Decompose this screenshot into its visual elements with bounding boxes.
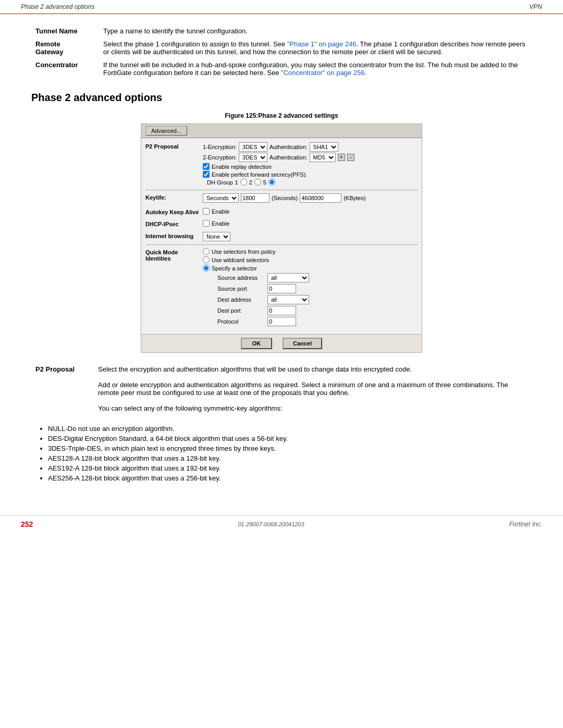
src-addr-select[interactable]: all bbox=[267, 273, 309, 282]
bullet-aes192: AES192-A 128-bit block algorithm that us… bbox=[48, 464, 532, 472]
desc-row-p2: P2 Proposal Select the encryption and au… bbox=[31, 363, 532, 414]
dhcp-enable-label: Enable bbox=[212, 220, 229, 227]
qmi-opt1-label: Use selectors from policy bbox=[212, 249, 276, 255]
src-port-label: Source port bbox=[217, 286, 264, 292]
sep2 bbox=[145, 244, 418, 245]
add-enc-icon[interactable]: + bbox=[338, 154, 345, 161]
protocol-input[interactable] bbox=[267, 317, 296, 326]
enc2-select[interactable]: 3DES bbox=[239, 153, 267, 162]
concentrator-link[interactable]: "Concentrator" on page 256 bbox=[281, 69, 364, 77]
def-row-remote: RemoteGateway Select the phase 1 configu… bbox=[31, 38, 532, 58]
dh-5-radio[interactable] bbox=[268, 179, 275, 186]
tunnel-name-term: Tunnel Name bbox=[31, 24, 99, 38]
desc-table: P2 Proposal Select the encryption and au… bbox=[31, 363, 532, 414]
bullet-3des: 3DES-Triple-DES, in which plain text is … bbox=[48, 445, 532, 452]
qmi-opt3-radio[interactable] bbox=[203, 265, 210, 272]
keylife-value-input[interactable] bbox=[241, 193, 270, 203]
enc1-row: 1-Encryption: 3DES Authentication: SHA1 bbox=[203, 142, 418, 152]
cancel-button[interactable]: Cancel bbox=[283, 338, 322, 349]
enc2-row: 2-Encryption: 3DES Authentication: MD5 +… bbox=[203, 153, 418, 162]
autokey-checkbox[interactable] bbox=[203, 208, 210, 215]
concentrator-def: If the tunnel will be included in a hub-… bbox=[99, 58, 532, 79]
figure-caption: Figure 125:Phase 2 advanced settings bbox=[31, 112, 532, 119]
qmi-opt2-radio[interactable] bbox=[203, 256, 210, 263]
dest-addr-row: Dest address all bbox=[217, 295, 418, 304]
bullet-des: DES-Digital Encryption Standard, a 64-bi… bbox=[48, 435, 532, 442]
top-definitions: Tunnel Name Type a name to identify the … bbox=[31, 24, 532, 79]
enc2-label: 2-Encryption: bbox=[203, 154, 237, 161]
phase1-link[interactable]: "Phase 1" on page 246 bbox=[287, 40, 357, 48]
keylife-label: Keylife: bbox=[145, 193, 203, 201]
keylife-seconds-input[interactable] bbox=[300, 193, 341, 203]
auth2-select[interactable]: MD5 bbox=[310, 153, 336, 162]
keylife-row: Keylife: Seconds (Seconds) (KBytes) bbox=[145, 192, 418, 205]
ibrowse-select[interactable]: None bbox=[203, 232, 230, 241]
dhcp-content: Enable bbox=[203, 220, 418, 228]
pfs-checkbox[interactable] bbox=[203, 171, 210, 178]
remote-gateway-term: RemoteGateway bbox=[31, 38, 99, 58]
replay-label: Enable replay detection bbox=[212, 164, 272, 170]
auth1-label: Authentication: bbox=[270, 144, 308, 150]
dhcp-enable-row: Enable bbox=[203, 220, 418, 227]
ibrowse-row: Internet browsing None bbox=[145, 231, 418, 242]
dest-port-input[interactable] bbox=[267, 306, 296, 315]
src-port-input[interactable] bbox=[267, 284, 296, 293]
keylife-kbytes-label: (KBytes) bbox=[344, 195, 365, 201]
desc-p2-line3: You can select any of the following symm… bbox=[98, 404, 528, 412]
dh-2-label: 2 bbox=[249, 179, 252, 186]
dhcp-checkbox[interactable] bbox=[203, 220, 210, 227]
auth1-select[interactable]: SHA1 bbox=[310, 142, 338, 152]
dh-2-radio[interactable] bbox=[254, 179, 261, 186]
dialog-footer: OK Cancel bbox=[141, 334, 422, 352]
page-number: 252 bbox=[21, 520, 33, 528]
ibrowse-label: Internet browsing bbox=[145, 232, 203, 239]
protocol-row: Protocol bbox=[217, 317, 418, 326]
dhcp-row: DHCP-IPsec Enable bbox=[145, 219, 418, 229]
qmi-opt3-row: Specify a selector bbox=[203, 265, 418, 272]
enc1-label: 1-Encryption: bbox=[203, 144, 237, 150]
remove-enc-icon[interactable]: - bbox=[347, 154, 354, 161]
p2proposal-row: P2 Proposal 1-Encryption: 3DES Authentic… bbox=[145, 141, 418, 188]
def-row-tunnel: Tunnel Name Type a name to identify the … bbox=[31, 24, 532, 38]
protocol-label: Protocol bbox=[217, 318, 264, 325]
ok-button[interactable]: OK bbox=[241, 338, 272, 349]
dialog-box: Advanced... P2 Proposal 1-Encryption: 3D… bbox=[141, 124, 422, 353]
src-addr-row: Source address all bbox=[217, 273, 418, 282]
section-heading: Phase 2 advanced options bbox=[31, 92, 532, 104]
pfs-label: Enable perfect forward secrecy(PFS). bbox=[212, 171, 307, 178]
doc-id: 01-28007-0068-20041203 bbox=[238, 521, 304, 527]
enc1-select[interactable]: 3DES bbox=[239, 142, 267, 152]
keylife-content: Seconds (Seconds) (KBytes) bbox=[203, 193, 418, 204]
company-name: Fortinet Inc. bbox=[509, 521, 542, 528]
dest-port-row: Dest port bbox=[217, 306, 418, 315]
advanced-button[interactable]: Advanced... bbox=[145, 126, 187, 135]
dialog-body: P2 Proposal 1-Encryption: 3DES Authentic… bbox=[141, 138, 422, 334]
qmi-opt2-label: Use wildcard selectors bbox=[212, 257, 269, 263]
desc-p2-term: P2 Proposal bbox=[31, 363, 94, 414]
dh-1-radio[interactable] bbox=[240, 179, 247, 186]
p2proposal-label: P2 Proposal bbox=[145, 142, 203, 150]
concentrator-term: Concentrator bbox=[31, 58, 99, 79]
bullet-aes256: AES256-A 128-bit block algorithm that us… bbox=[48, 474, 532, 482]
dhcp-label: DHCP-IPsec bbox=[145, 220, 203, 227]
desc-p2-line1: Select the encryption and authentication… bbox=[98, 365, 528, 373]
keylife-unit-select[interactable]: Seconds bbox=[203, 193, 239, 203]
autokey-row: Autokey Keep Alive Enable bbox=[145, 207, 418, 217]
dialog-header: Advanced... bbox=[141, 124, 422, 138]
qmi-opt2-row: Use wildcard selectors bbox=[203, 256, 418, 263]
autokey-enable-label: Enable bbox=[212, 208, 229, 215]
qmi-content: Use selectors from policy Use wildcard s… bbox=[203, 248, 418, 328]
remote-gateway-def: Select the phase 1 configuration to assi… bbox=[99, 38, 532, 58]
keylife-seconds-label: (Seconds) bbox=[272, 195, 298, 201]
replay-checkbox[interactable] bbox=[203, 163, 210, 170]
dest-addr-label: Dest address bbox=[217, 297, 264, 303]
dest-addr-select[interactable]: all bbox=[267, 295, 309, 304]
qmi-opt1-radio[interactable] bbox=[203, 248, 210, 255]
autokey-enable-row: Enable bbox=[203, 208, 418, 215]
sep1 bbox=[145, 190, 418, 190]
qmi-row: Quick Mode Identities Use selectors from… bbox=[145, 247, 418, 329]
keylife-inner: Seconds (Seconds) (KBytes) bbox=[203, 193, 418, 203]
dest-port-label: Dest port bbox=[217, 307, 264, 314]
page-header: Phase 2 advanced options VPN bbox=[0, 0, 563, 14]
dh-label: DH Group bbox=[207, 179, 233, 186]
